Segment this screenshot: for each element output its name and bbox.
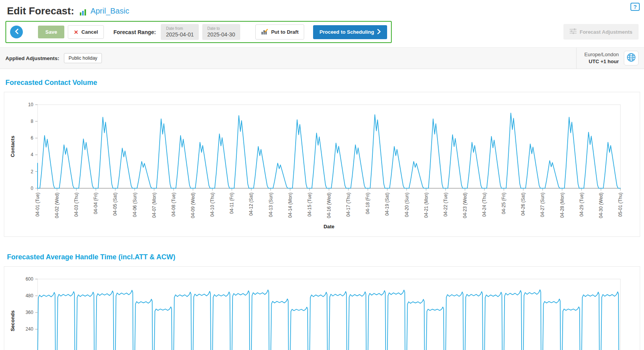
contact-volume-section-title: Forecasted Contact Volume [5,79,644,87]
svg-text:10: 10 [28,102,34,107]
svg-text:04-12 (Sat): 04-12 (Sat) [248,193,254,216]
svg-text:04-22 (Tue): 04-22 (Tue) [443,193,448,217]
date-to-label: Date to [207,26,235,31]
svg-text:04-21 (Mon): 04-21 (Mon) [424,193,429,218]
svg-text:360: 360 [26,310,33,315]
date-to-value: 2025-04-30 [207,31,235,38]
forecast-adjustments-label: Forecast Adjustments [580,29,632,35]
adjustment-chip-public-holiday: Public holiday [64,53,102,63]
svg-text:0: 0 [31,186,33,191]
date-from-field[interactable]: Date from 2025-04-01 [161,24,199,40]
page-header: Edit Forecast: April_Basic ? [0,0,644,20]
forecast-name-link[interactable]: April_Basic [90,7,129,16]
svg-text:4: 4 [31,152,33,158]
aht-section-title: Forecasted Average Handle Time (incl.ATT… [7,253,644,261]
sliders-icon [570,28,577,35]
svg-text:2: 2 [31,169,33,174]
date-to-field[interactable]: Date to 2025-04-30 [202,24,240,40]
svg-text:04-25 (Fri): 04-25 (Fri) [501,193,506,214]
svg-text:04-14 (Mon): 04-14 (Mon) [288,193,293,218]
svg-text:04-08 (Tue): 04-08 (Tue) [171,193,176,217]
svg-text:04-29 (Tue): 04-29 (Tue) [579,193,584,217]
svg-text:04-07 (Mon): 04-07 (Mon) [152,193,157,218]
cancel-x-icon: ✕ [74,29,78,35]
svg-text:04-01 (Tue): 04-01 (Tue) [35,193,40,217]
svg-text:04-30 (Wed): 04-30 (Wed) [598,193,604,218]
svg-text:600: 600 [26,276,33,282]
svg-text:04-09 (Wed): 04-09 (Wed) [190,193,196,218]
help-icon[interactable]: ? [630,2,640,14]
svg-text:04-26 (Sat): 04-26 (Sat) [520,193,526,216]
aht-chart: 24036048060004-01 (Tue)04-02 (Wed)04-03 … [4,267,640,350]
svg-text:04-16 (Wed): 04-16 (Wed) [326,193,332,218]
forecast-chart-icon [79,8,87,16]
date-from-value: 2025-04-01 [166,31,194,38]
contact-volume-chart: 024681004-01 (Tue)04-02 (Wed)04-03 (Thu)… [4,92,640,236]
svg-text:04-04 (Fri): 04-04 (Fri) [93,193,98,214]
cancel-button-label: Cancel [81,29,98,35]
svg-text:04-11 (Fri): 04-11 (Fri) [229,193,234,214]
cancel-button[interactable]: ✕ Cancel [68,25,103,39]
svg-text:04-20 (Sun): 04-20 (Sun) [404,193,410,217]
aht-chart-card: 24036048060004-01 (Tue)04-02 (Wed)04-03 … [4,266,640,350]
timezone-region: Europe/London [584,51,619,58]
forecast-range-label: Forecast Range: [114,29,156,35]
svg-text:04-05 (Sat): 04-05 (Sat) [112,193,118,216]
svg-text:04-17 (Thu): 04-17 (Thu) [346,193,351,217]
svg-text:04-06 (Sun): 04-06 (Sun) [132,193,138,217]
toolbar: Save ✕ Cancel Forecast Range: Date from … [0,20,644,43]
date-from-label: Date from [166,26,194,31]
svg-text:04-19 (Sat): 04-19 (Sat) [384,193,390,216]
forecast-adjustments-button[interactable]: Forecast Adjustments [563,24,639,40]
timezone-globe-button[interactable] [624,51,639,66]
chevron-left-icon [14,29,19,35]
contact-volume-chart-card: 024681004-01 (Tue)04-02 (Wed)04-03 (Thu)… [4,92,640,237]
svg-text:04-10 (Thu): 04-10 (Thu) [210,193,215,217]
svg-text:04-28 (Mon): 04-28 (Mon) [560,193,565,218]
svg-text:240: 240 [26,326,33,332]
proceed-to-scheduling-label: Proceed to Scheduling [319,29,374,35]
page-title: Edit Forecast: [7,5,74,17]
proceed-to-scheduling-button[interactable]: Proceed to Scheduling [313,25,387,39]
svg-text:Date: Date [324,224,334,229]
put-to-draft-label: Put to Draft [271,29,299,35]
svg-text:04-02 (Wed): 04-02 (Wed) [54,193,60,218]
chevron-right-icon [377,29,381,35]
svg-text:04-13 (Sun): 04-13 (Sun) [268,193,274,217]
svg-text:04-24 (Thu): 04-24 (Thu) [482,193,487,217]
back-button[interactable] [10,26,23,38]
timezone-offset: UTC +1 hour [584,58,619,65]
timezone-block: Europe/London UTC +1 hour [576,48,644,69]
svg-text:6: 6 [31,135,33,141]
svg-text:04-23 (Wed): 04-23 (Wed) [462,193,468,218]
save-button[interactable]: Save [38,26,64,38]
svg-text:8: 8 [31,119,33,124]
svg-text:480: 480 [26,293,33,298]
applied-adjustments-label: Applied Adjustments: [5,55,59,61]
svg-text:04-03 (Thu): 04-03 (Thu) [74,193,79,217]
applied-adjustments-row: Applied Adjustments: Public holiday Euro… [0,47,644,69]
svg-text:04-27 (Sun): 04-27 (Sun) [540,193,546,217]
svg-text:Seconds: Seconds [10,310,15,331]
timezone-text: Europe/London UTC +1 hour [584,51,619,65]
globe-icon [626,52,636,64]
svg-text:05-01 (Thu): 05-01 (Thu) [618,193,623,217]
put-to-draft-icon [261,28,268,36]
put-to-draft-button[interactable]: Put to Draft [255,24,305,40]
svg-text:04-18 (Fri): 04-18 (Fri) [365,193,370,214]
svg-text:?: ? [634,4,637,10]
svg-text:04-15 (Tue): 04-15 (Tue) [307,193,312,217]
svg-text:Contacts: Contacts [10,136,15,157]
toolbar-highlight-group: Save ✕ Cancel Forecast Range: Date from … [5,21,392,43]
